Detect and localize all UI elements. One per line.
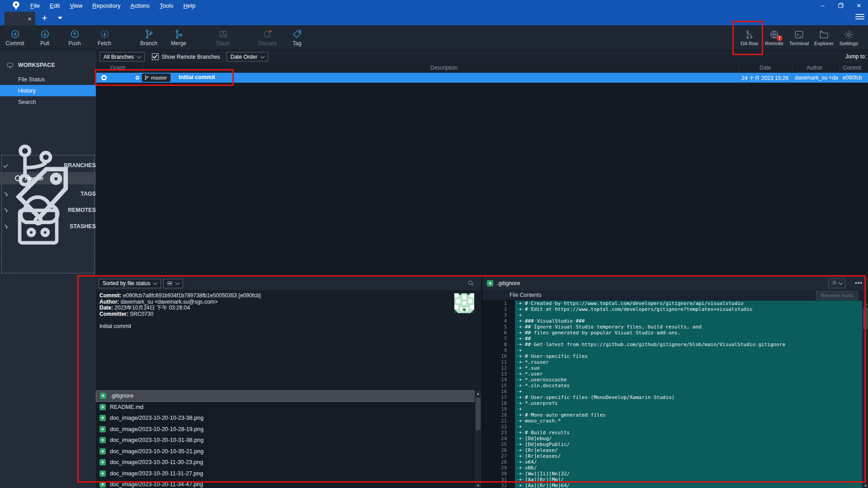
remote-button[interactable]: !Remote bbox=[762, 25, 787, 50]
settings-button[interactable]: Settings bbox=[836, 25, 861, 50]
column-author[interactable]: Author bbox=[807, 65, 822, 71]
diff-scrollbar[interactable]: ▲ ▼ bbox=[862, 300, 868, 488]
diff-line: 4·+·###·VisualStudio·### bbox=[482, 318, 862, 324]
discard-icon bbox=[262, 29, 273, 39]
menu-help[interactable]: Help bbox=[179, 1, 200, 10]
file-row[interactable]: +doc_image/2023-10-20-10-28-19.png bbox=[96, 424, 481, 435]
file-name: README.md bbox=[110, 404, 143, 410]
file-row[interactable]: +doc_image/2023-10-20-10-23-38.png bbox=[96, 413, 481, 424]
commit-info-line: Committer: SRC0730 bbox=[99, 311, 457, 318]
git-flow-button[interactable]: Git-flow bbox=[737, 25, 762, 50]
chevron-right-icon[interactable] bbox=[4, 192, 8, 196]
scrollbar-thumb[interactable] bbox=[863, 308, 868, 329]
explorer-button[interactable]: Explorer bbox=[811, 25, 836, 50]
tag-button[interactable]: Tag bbox=[282, 25, 312, 50]
chevron-down-icon bbox=[137, 54, 142, 58]
branch-filter-select[interactable]: All Branches bbox=[99, 52, 145, 61]
menu-actions[interactable]: Actions bbox=[126, 1, 154, 10]
menu-edit[interactable]: Edit bbox=[45, 1, 64, 10]
tab-bar: × + bbox=[0, 11, 868, 25]
chevron-right-icon[interactable] bbox=[4, 224, 8, 229]
file-row[interactable]: +.gitignore bbox=[96, 390, 481, 402]
added-status-icon: + bbox=[487, 280, 493, 286]
chevron-down-icon[interactable] bbox=[3, 163, 8, 168]
chevron-right-icon[interactable] bbox=[4, 208, 8, 212]
scrollbar-thumb[interactable] bbox=[476, 398, 481, 430]
push-button[interactable]: Push bbox=[60, 25, 90, 50]
close-button[interactable]: ✕ bbox=[850, 0, 868, 11]
fetch-button[interactable]: Fetch bbox=[90, 25, 119, 50]
branch-icon bbox=[144, 75, 149, 80]
column-date[interactable]: Date bbox=[760, 65, 771, 71]
order-select[interactable]: Date Order bbox=[226, 52, 268, 61]
diff-options-button[interactable] bbox=[828, 278, 845, 288]
scroll-up-icon[interactable]: ▲ bbox=[475, 390, 481, 397]
diff-line: 2·+·#·Edit·at·https://www.toptal.com/dev… bbox=[482, 306, 862, 312]
diff-line-text: ·+ bbox=[515, 312, 862, 318]
sort-select[interactable]: Sorted by file status bbox=[99, 279, 161, 288]
pull-button[interactable]: Pull bbox=[30, 25, 60, 50]
hunk-title: File Contents bbox=[509, 292, 542, 298]
commit-button[interactable]: Commit bbox=[0, 25, 30, 50]
file-row[interactable]: +doc_image/2023-10-20-11-34-47.png bbox=[96, 479, 481, 488]
tab-close-icon[interactable]: × bbox=[28, 15, 32, 22]
avatar bbox=[454, 293, 474, 313]
column-graph[interactable]: Graph bbox=[110, 65, 125, 71]
column-commit[interactable]: Commit bbox=[843, 65, 861, 71]
view-mode-select[interactable] bbox=[163, 279, 183, 288]
merge-button[interactable]: Merge bbox=[164, 25, 193, 50]
branch-button[interactable]: Branch bbox=[134, 25, 164, 50]
column-description[interactable]: Description bbox=[430, 65, 458, 71]
menu-file[interactable]: File bbox=[26, 1, 44, 10]
hamburger-menu-icon[interactable] bbox=[855, 12, 864, 21]
more-options-icon[interactable]: ••• bbox=[855, 279, 863, 286]
diff-line-text: ·+·##·Ignore·Visual·Studio·temporary·fil… bbox=[515, 324, 862, 330]
commit-row[interactable]: master Initial commit 24 十月 2023 15:26 d… bbox=[96, 73, 868, 83]
maximize-button[interactable] bbox=[832, 0, 850, 11]
tab-list-caret-icon[interactable] bbox=[58, 17, 62, 19]
diff-line: 32·+·[Aa][Rr][Mm]64/ bbox=[482, 483, 862, 488]
diff-line-text: ·+·x86/ bbox=[515, 465, 862, 471]
diff-line-text: ·+ bbox=[515, 406, 862, 412]
toolbar-button-label: Merge bbox=[171, 40, 186, 47]
terminal-button[interactable]: Terminal bbox=[787, 25, 811, 50]
sidebar-item-history[interactable]: History bbox=[0, 85, 96, 96]
file-row[interactable]: +doc_image/2023-10-20-11-30-23.png bbox=[96, 457, 481, 468]
new-tab-button[interactable]: + bbox=[42, 12, 47, 24]
file-row[interactable]: +README.md bbox=[96, 402, 481, 413]
file-list-scrollbar[interactable]: ▲ ▼ bbox=[475, 390, 481, 488]
reverse-hunk-button[interactable]: Reverse hunk bbox=[816, 291, 858, 300]
menu-view[interactable]: View bbox=[65, 1, 87, 10]
menu-repository[interactable]: Repository bbox=[88, 1, 125, 10]
toolbar-button-label: Settings bbox=[840, 41, 859, 46]
sidebar-item-search[interactable]: Search bbox=[0, 96, 96, 108]
file-row[interactable]: +doc_image/2023-10-20-10-31-38.png bbox=[96, 435, 481, 446]
file-row[interactable]: +doc_image/2023-10-20-10-35-21.png bbox=[96, 446, 481, 457]
settings-icon bbox=[844, 29, 854, 40]
show-remote-checkbox[interactable] bbox=[152, 53, 159, 60]
scroll-down-icon[interactable]: ▼ bbox=[475, 483, 481, 488]
search-icon[interactable] bbox=[467, 280, 474, 286]
diff-line: 21·+·mono_crash.* bbox=[482, 418, 862, 424]
show-remote-checkbox-group[interactable]: Show Remote Branches bbox=[152, 53, 220, 60]
diff-line-text: ·+·#·User-specific·files bbox=[515, 353, 862, 359]
repo-tab[interactable]: × bbox=[5, 12, 35, 25]
diff-line-number: 32 bbox=[482, 483, 515, 488]
file-row[interactable]: +doc_image/2023-10-20-11-31-27.png bbox=[96, 468, 481, 479]
toolbar-button-label: Pull bbox=[40, 40, 49, 47]
diff-line-number: 9 bbox=[482, 347, 515, 353]
sidebar-section-stashes[interactable]: STASHES bbox=[0, 220, 96, 233]
diff-file-name: .gitignore bbox=[497, 280, 520, 286]
toolbar-left-group: CommitPullPushFetchBranchMergeStashDisca… bbox=[0, 25, 312, 50]
toolbar-button-label: Commit bbox=[5, 40, 24, 47]
scroll-up-icon[interactable]: ▲ bbox=[862, 300, 868, 307]
scroll-down-icon[interactable]: ▼ bbox=[862, 483, 868, 488]
toolbar-button-label: Branch bbox=[140, 40, 157, 47]
file-list: +.gitignore+README.md+doc_image/2023-10-… bbox=[96, 390, 481, 488]
sidebar-item-file-status[interactable]: File Status bbox=[0, 74, 96, 85]
gear-icon bbox=[831, 280, 837, 287]
minimize-button[interactable]: – bbox=[814, 0, 832, 11]
diff-line-number: 23 bbox=[482, 430, 515, 436]
commit-info-line: Date: 2023年10月24日 下午 03:26:04 bbox=[99, 305, 457, 311]
menu-tools[interactable]: Tools bbox=[155, 1, 178, 10]
